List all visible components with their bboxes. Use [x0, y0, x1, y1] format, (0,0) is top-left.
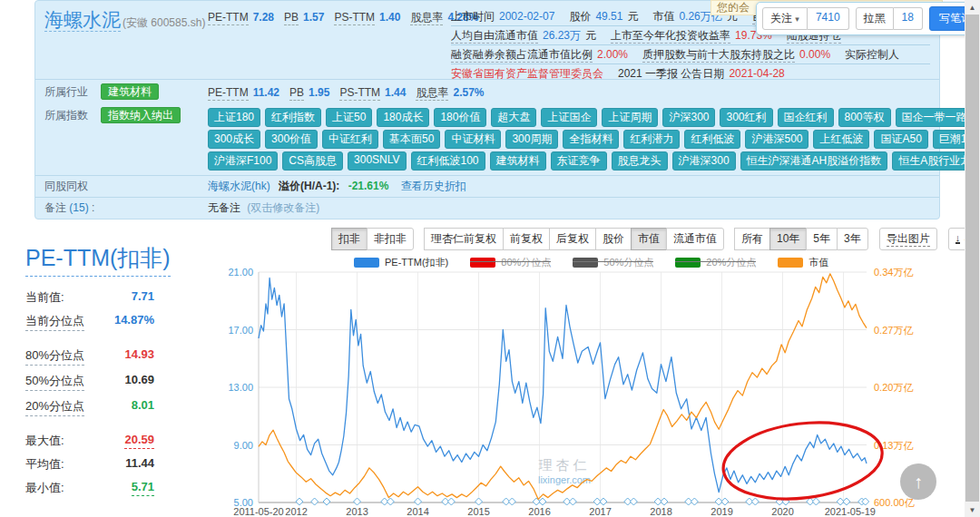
- index-tag[interactable]: 恒生沪深港通AH股溢价指数: [740, 151, 888, 171]
- index-tag[interactable]: 沪港深300: [672, 151, 736, 171]
- metric-label: PS-TTM: [334, 11, 375, 25]
- toolbar-button[interactable]: 非扣非: [367, 228, 414, 250]
- index-tag[interactable]: 上红低波: [813, 130, 869, 149]
- chart-legend: PE-TTM(扣非) 80%分位点 50%分位点 20%分位点 市值: [354, 256, 828, 269]
- indices-row: 所属指数指数纳入纳出 上证180红利指数上证50180成长180价值超大盘上证国…: [35, 103, 939, 175]
- y-right-tick-label: 600.00亿: [874, 497, 915, 508]
- legend-item[interactable]: 市值: [778, 256, 828, 269]
- index-tag[interactable]: 全指材料: [563, 130, 619, 149]
- stat-row: 当前值: 7.71: [25, 289, 154, 306]
- index-tag[interactable]: 上证180: [208, 108, 260, 127]
- index-in-out-button[interactable]: 指数纳入纳出: [101, 107, 181, 123]
- industry-tag[interactable]: 建筑材料: [101, 83, 159, 100]
- remark-hint: (双击修改备注): [247, 201, 319, 214]
- index-tag[interactable]: 国企红利: [778, 108, 834, 127]
- toolbar-button[interactable]: 3年: [837, 228, 868, 250]
- stock-metrics: PE-TTM7.28PB1.57PS-TTM1.40股息率4.28%: [208, 7, 451, 79]
- metric: PS-TTM1.44: [339, 86, 406, 99]
- index-tag[interactable]: 180成长: [377, 108, 429, 127]
- toolbar-button[interactable]: 流通市值: [666, 228, 724, 250]
- index-tag[interactable]: 上证国企: [541, 108, 597, 127]
- scroll-up-arrow[interactable]: ▲: [965, 0, 980, 15]
- dividend-diamond-marker: [508, 498, 515, 505]
- index-tag[interactable]: 沪港深F100: [208, 151, 278, 171]
- follow-button[interactable]: 关注 ▾: [762, 7, 808, 30]
- back-to-top-button[interactable]: ↑: [900, 463, 936, 500]
- index-tag[interactable]: 沪港深500: [745, 130, 808, 149]
- toolbar-button[interactable]: 10年: [769, 228, 807, 250]
- remark-count-link[interactable]: (15): [69, 201, 88, 214]
- legend-item[interactable]: 50%分位点: [573, 256, 653, 269]
- toolbar-button[interactable]: 前复权: [503, 228, 550, 250]
- index-tag[interactable]: 国企一带一路: [896, 108, 974, 127]
- same-rights-label: 同股同权: [44, 180, 88, 192]
- index-tag[interactable]: 300SNLV: [348, 151, 406, 171]
- index-tag[interactable]: 红利低波: [684, 130, 740, 149]
- hk-stock-link[interactable]: 海螺水泥(hk): [208, 180, 270, 192]
- index-tag[interactable]: 红利潜力: [623, 130, 680, 149]
- index-tag[interactable]: 800等权: [838, 108, 891, 127]
- history-discount-link[interactable]: 查看历史折扣: [401, 180, 466, 192]
- index-tag[interactable]: 300成长: [208, 130, 260, 149]
- index-tag[interactable]: 300价值: [265, 130, 318, 149]
- toolbar-button[interactable]: 后复权: [549, 228, 596, 250]
- toolbar-button[interactable]: 扣非: [331, 228, 368, 250]
- metric-label: PB: [284, 11, 299, 25]
- dividend-diamond-marker: [415, 498, 422, 505]
- legend-item[interactable]: 80%分位点: [470, 256, 551, 269]
- metric-value: 1.57: [303, 11, 324, 24]
- legend-item[interactable]: PE-TTM(扣非): [354, 256, 448, 269]
- metric-label: 股息率: [416, 86, 448, 101]
- toolbar-button[interactable]: 市值: [631, 228, 667, 250]
- index-tag[interactable]: 180价值: [434, 108, 486, 127]
- index-tag[interactable]: 基本面50: [383, 130, 440, 149]
- x-tick-label: 2016: [528, 506, 550, 517]
- scrollbar[interactable]: ▲ ▼: [965, 0, 980, 517]
- index-tag[interactable]: 超大盘: [491, 108, 536, 127]
- remark-content[interactable]: 无备注 (双击修改备注): [208, 200, 319, 216]
- index-tag[interactable]: 国证A50: [874, 130, 927, 149]
- index-tag[interactable]: 上证周期: [602, 108, 658, 127]
- index-tag[interactable]: 红利指数: [265, 108, 321, 127]
- scrollbar-thumb[interactable]: [965, 15, 979, 502]
- metric-value: 2.57%: [453, 86, 484, 99]
- metric-label: PE-TTM: [208, 86, 249, 101]
- x-tick-label: 2012: [285, 506, 307, 517]
- scroll-down-arrow[interactable]: ▼: [965, 502, 980, 517]
- dividend-diamond-marker: [569, 498, 576, 505]
- index-tag[interactable]: 300周期: [505, 130, 558, 149]
- info-segment: 2002-02-07: [499, 10, 554, 23]
- toolbar-button[interactable]: 股价: [595, 228, 632, 250]
- toolbar-button[interactable]: 理杏仁前复权: [424, 228, 504, 250]
- info-row-margin: 融资融券余额占流通市值比例2.00%质押股数与前十大股东持股之比0.00%实际控…: [451, 45, 930, 64]
- index-tag-row: 沪港深F100CS高股息300SNLV红利低波100建筑材料东证竞争股息龙头沪港…: [208, 151, 980, 171]
- index-tag[interactable]: 上证50: [326, 108, 372, 127]
- metric-value: 11.42: [253, 86, 279, 99]
- index-tag[interactable]: 红利低波100: [411, 151, 485, 171]
- export-image-button[interactable]: 导出图片: [879, 228, 937, 250]
- toolbar-button[interactable]: 5年: [806, 228, 838, 250]
- y-right-tick-label: 0.34万亿: [874, 267, 913, 278]
- dividend-diamond-marker: [447, 498, 455, 505]
- index-tag[interactable]: CS高股息: [282, 151, 343, 171]
- index-tag[interactable]: 建筑材料: [490, 151, 546, 171]
- block-button[interactable]: 拉黑: [856, 7, 894, 30]
- index-tag[interactable]: 沪深300: [662, 108, 715, 127]
- legend-item[interactable]: 20%分位点: [675, 256, 756, 269]
- legend-label: 20%分位点: [706, 257, 756, 268]
- info-segment: 市值: [652, 10, 674, 23]
- block-count[interactable]: 18: [894, 7, 923, 30]
- index-tag[interactable]: 股息龙头: [612, 151, 668, 171]
- stat-value: 5.71: [132, 480, 154, 496]
- stat-value: 8.01: [132, 398, 154, 416]
- pe-ttm-chart: 2011-05-20201220132014201520162017201820…: [215, 267, 916, 517]
- index-tag[interactable]: 东证竞争: [551, 151, 607, 171]
- notice-text-left: 您的会: [717, 0, 750, 15]
- index-tag[interactable]: 300红利: [720, 108, 772, 127]
- follow-count[interactable]: 7410: [808, 7, 849, 30]
- remark-row: 备注 (15) : 无备注 (双击修改备注): [35, 198, 939, 219]
- toolbar-button[interactable]: 所有: [734, 228, 770, 250]
- index-tag[interactable]: 中证材料: [445, 130, 501, 149]
- industry-label: 所属行业: [44, 85, 88, 98]
- index-tag[interactable]: 中证红利: [322, 130, 378, 149]
